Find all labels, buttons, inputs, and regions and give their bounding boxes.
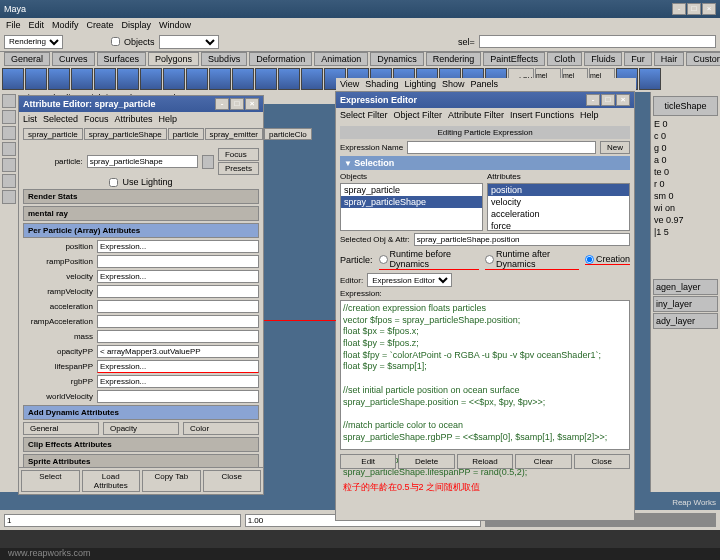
attr-tab-emitter[interactable]: spray_emitter — [205, 128, 263, 140]
clear-button[interactable]: Clear — [515, 454, 571, 469]
select-button[interactable]: Select — [21, 470, 80, 492]
shelf-icon[interactable] — [25, 68, 47, 90]
expr-close-icon[interactable]: × — [616, 94, 630, 106]
shelf-tab-custom[interactable]: Custom — [686, 52, 720, 66]
channel-item[interactable]: r 0 — [653, 178, 718, 190]
selection-header[interactable]: ▼ Selection — [340, 156, 630, 170]
attr-close-button[interactable]: Close — [203, 470, 262, 492]
section-add-dynamic[interactable]: Add Dynamic Attributes — [23, 405, 259, 420]
expr-maximize-icon[interactable]: □ — [601, 94, 615, 106]
editor-select[interactable]: Expression Editor — [367, 273, 452, 287]
menu-create[interactable]: Create — [87, 20, 114, 30]
runtime-after-radio[interactable] — [485, 255, 494, 264]
objects-list[interactable]: spray_particle spray_particleShape — [340, 183, 483, 231]
objects-select[interactable] — [159, 35, 219, 49]
attr-menu-selected[interactable]: Selected — [43, 114, 78, 124]
vp2-menu-lighting[interactable]: Lighting — [404, 79, 436, 89]
shelf-tab-curves[interactable]: Curves — [52, 52, 95, 66]
manipulator-tool-icon[interactable] — [2, 174, 16, 188]
menu-file[interactable]: File — [6, 20, 21, 30]
expr-menu-insert[interactable]: Insert Functions — [510, 110, 574, 120]
channel-tab[interactable]: ticleShape — [653, 96, 718, 116]
channel-item[interactable]: E 0 — [653, 118, 718, 130]
layer-item[interactable]: agen_layer — [653, 279, 718, 295]
shelf-tab-painteffects[interactable]: PaintEffects — [483, 52, 545, 66]
channel-item[interactable]: |1 5 — [653, 226, 718, 238]
channel-item[interactable]: g 0 — [653, 142, 718, 154]
rotate-tool-icon[interactable] — [2, 142, 16, 156]
opacity-button[interactable]: Opacity — [103, 422, 179, 435]
menu-display[interactable]: Display — [122, 20, 152, 30]
shelf-icon[interactable] — [278, 68, 300, 90]
expression-editor-title[interactable]: Expression Editor - □ × — [336, 92, 634, 108]
shelf-icon[interactable] — [48, 68, 70, 90]
section-render-stats[interactable]: Render Stats — [23, 189, 259, 204]
shelf-tab-animation[interactable]: Animation — [314, 52, 368, 66]
attr-menu-focus[interactable]: Focus — [84, 114, 109, 124]
pp-input-worldVelocity[interactable] — [97, 390, 259, 403]
scale-tool-icon[interactable] — [2, 158, 16, 172]
shelf-icon[interactable] — [71, 68, 93, 90]
list-item[interactable]: spray_particleShape — [341, 196, 482, 208]
attr-tab-clo[interactable]: particleClo — [264, 128, 312, 140]
vp2-menu-panels[interactable]: Panels — [470, 79, 498, 89]
reload-button[interactable]: Reload — [457, 454, 513, 469]
vp2-menu-view[interactable]: View — [340, 79, 359, 89]
last-tool-icon[interactable] — [2, 190, 16, 204]
shelf-tab-general[interactable]: General — [4, 52, 50, 66]
shelf-tab-dynamics[interactable]: Dynamics — [370, 52, 424, 66]
expr-menu-help[interactable]: Help — [580, 110, 599, 120]
creation-radio[interactable] — [585, 255, 594, 264]
range-start-input[interactable] — [4, 514, 241, 527]
channel-item[interactable]: c 0 — [653, 130, 718, 142]
attribute-editor-title[interactable]: Attribute Editor: spray_particle - □ × — [19, 96, 263, 112]
section-clip-effects[interactable]: Clip Effects Attributes — [23, 437, 259, 452]
copy-tab-button[interactable]: Copy Tab — [142, 470, 201, 492]
pp-input-lifespanPP[interactable] — [97, 360, 259, 373]
menu-modify[interactable]: Modify — [52, 20, 79, 30]
expr-close-button[interactable]: Close — [574, 454, 630, 469]
lasso-tool-icon[interactable] — [2, 110, 16, 124]
shelf-tab-hair[interactable]: Hair — [654, 52, 685, 66]
shelf-icon[interactable] — [186, 68, 208, 90]
expr-minimize-icon[interactable]: - — [586, 94, 600, 106]
section-mental-ray[interactable]: mental ray — [23, 206, 259, 221]
shelf-tab-subdivs[interactable]: Subdivs — [201, 52, 247, 66]
attr-tab-particle[interactable]: spray_particle — [23, 128, 83, 140]
sel-obj-input[interactable] — [414, 233, 630, 246]
list-item[interactable]: position — [488, 184, 629, 196]
mode-select[interactable]: Rendering — [4, 35, 63, 49]
shelf-tab-fluids[interactable]: Fluids — [584, 52, 622, 66]
select-tool-icon[interactable] — [2, 94, 16, 108]
attr-tab-particle2[interactable]: particle — [168, 128, 204, 140]
channel-item[interactable]: te 0 — [653, 166, 718, 178]
vp2-menu-show[interactable]: Show — [442, 79, 465, 89]
particle-name-input[interactable] — [87, 155, 198, 168]
shelf-icon[interactable] — [301, 68, 323, 90]
section-per-particle[interactable]: Per Particle (Array) Attributes — [23, 223, 259, 238]
presets-button[interactable]: Presets — [218, 162, 259, 175]
attr-maximize-icon[interactable]: □ — [230, 98, 244, 110]
delete-button[interactable]: Delete — [398, 454, 454, 469]
attr-minimize-icon[interactable]: - — [215, 98, 229, 110]
channel-item[interactable]: wi on — [653, 202, 718, 214]
move-tool-icon[interactable] — [2, 126, 16, 140]
new-expression-button[interactable]: New — [600, 141, 630, 154]
use-lighting-check[interactable] — [109, 178, 118, 187]
objects-check[interactable] — [111, 37, 120, 46]
list-item[interactable]: spray_particle — [341, 184, 482, 196]
shelf-icon[interactable] — [232, 68, 254, 90]
shelf-icon[interactable] — [117, 68, 139, 90]
layer-item[interactable]: ady_layer — [653, 313, 718, 329]
attributes-list[interactable]: position velocity acceleration force inp… — [487, 183, 630, 231]
menu-edit[interactable]: Edit — [29, 20, 45, 30]
maximize-button[interactable]: □ — [687, 3, 701, 15]
focus-button[interactable]: Focus — [218, 148, 259, 161]
shelf-tab-rendering[interactable]: Rendering — [426, 52, 482, 66]
list-item[interactable]: velocity — [488, 196, 629, 208]
shelf-icon[interactable] — [255, 68, 277, 90]
shelf-icon[interactable] — [209, 68, 231, 90]
list-item[interactable]: acceleration — [488, 208, 629, 220]
load-attributes-button[interactable]: Load Attributes — [82, 470, 141, 492]
shelf-icon[interactable] — [163, 68, 185, 90]
